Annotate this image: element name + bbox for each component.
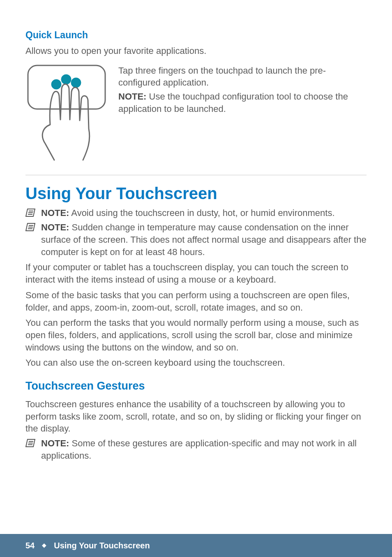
section-title: Using Your Touchscreen bbox=[25, 184, 367, 203]
note-1: NOTE: Avoid using the touchscreen in dus… bbox=[25, 207, 367, 219]
svg-point-2 bbox=[71, 78, 81, 88]
quick-launch-heading: Quick Launch bbox=[25, 30, 367, 41]
note-icon bbox=[25, 221, 37, 258]
note-label: NOTE: bbox=[118, 91, 146, 102]
note-3-label: NOTE: bbox=[41, 438, 69, 448]
touchpad-gesture-icon bbox=[25, 63, 108, 162]
note-3: NOTE: Some of these gestures are applica… bbox=[25, 437, 367, 462]
note-icon bbox=[25, 207, 37, 219]
note-2-text: Sudden change in temperature may cause c… bbox=[41, 222, 367, 257]
page-number: 54 bbox=[25, 541, 35, 550]
page-content: Quick Launch Allows you to open your fav… bbox=[0, 0, 392, 462]
quick-launch-text: Tap three fingers on the touchpad to lau… bbox=[118, 63, 367, 163]
section-p3: You can perform the tasks that you would… bbox=[25, 317, 367, 353]
quick-launch-block: Tap three fingers on the touchpad to lau… bbox=[25, 63, 367, 175]
section-p1: If your computer or tablet has a touchsc… bbox=[25, 261, 367, 285]
svg-point-3 bbox=[51, 79, 61, 89]
quick-launch-intro: Allows you to open your favorite applica… bbox=[25, 45, 367, 57]
note-icon bbox=[25, 437, 37, 462]
svg-point-1 bbox=[61, 74, 71, 84]
three-finger-tap-figure bbox=[25, 63, 108, 163]
quick-launch-note: NOTE: Use the touchpad configuration too… bbox=[118, 91, 367, 115]
footer-title: Using Your Touchscreen bbox=[54, 541, 150, 550]
note-1-text: Avoid using the touchscreen in dusty, ho… bbox=[69, 208, 334, 218]
page-footer: 54 ◆ Using Your Touchscreen bbox=[0, 534, 392, 557]
gestures-intro: Touchscreen gestures enhance the usabili… bbox=[25, 398, 367, 435]
note-1-label: NOTE: bbox=[41, 208, 69, 218]
quick-launch-desc: Tap three fingers on the touchpad to lau… bbox=[118, 65, 367, 89]
section-p2: Some of the basic tasks that you can per… bbox=[25, 289, 367, 313]
gestures-heading: Touchscreen Gestures bbox=[25, 380, 367, 392]
note-2: NOTE: Sudden change in temperature may c… bbox=[25, 221, 367, 258]
note-1-body: NOTE: Avoid using the touchscreen in dus… bbox=[41, 207, 367, 219]
note-text: Use the touchpad configuration tool to c… bbox=[118, 91, 348, 114]
note-2-label: NOTE: bbox=[41, 222, 69, 232]
note-3-text: Some of these gestures are application-s… bbox=[41, 438, 357, 461]
footer-diamond-icon: ◆ bbox=[42, 542, 46, 548]
note-2-body: NOTE: Sudden change in temperature may c… bbox=[41, 221, 367, 258]
note-3-body: NOTE: Some of these gestures are applica… bbox=[41, 437, 367, 462]
section-p4: You can also use the on-screen keyboard … bbox=[25, 357, 367, 369]
svg-rect-0 bbox=[28, 65, 105, 109]
